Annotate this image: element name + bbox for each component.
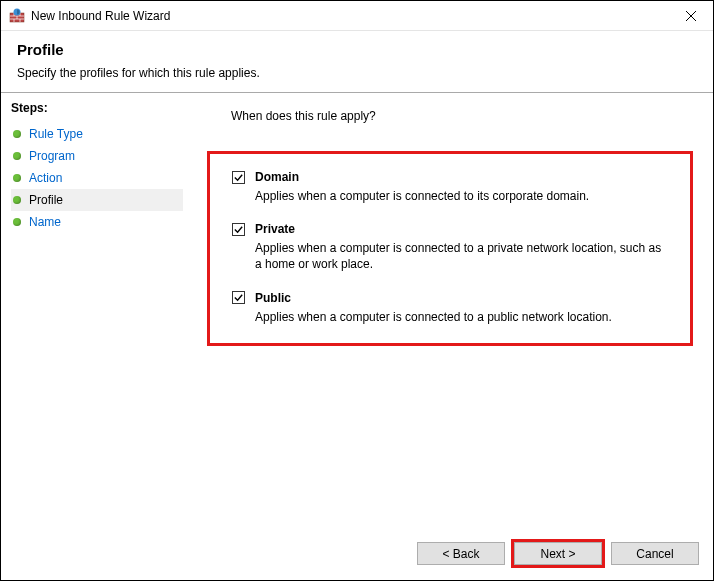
step-label: Program bbox=[29, 149, 75, 163]
steps-label: Steps: bbox=[11, 101, 187, 115]
step-label: Action bbox=[29, 171, 62, 185]
cancel-button[interactable]: Cancel bbox=[611, 542, 699, 565]
step-name[interactable]: Name bbox=[11, 211, 187, 233]
checkmark-icon bbox=[233, 224, 244, 235]
next-button[interactable]: Next > bbox=[514, 542, 602, 565]
step-label: Profile bbox=[29, 193, 63, 207]
option-public: Public Applies when a computer is connec… bbox=[232, 291, 670, 325]
option-domain: Domain Applies when a computer is connec… bbox=[232, 170, 670, 204]
back-button[interactable]: < Back bbox=[417, 542, 505, 565]
wizard-header: Profile Specify the profiles for which t… bbox=[1, 31, 713, 92]
option-desc: Applies when a computer is connected to … bbox=[255, 309, 670, 325]
next-highlight-box: Next > bbox=[511, 539, 605, 568]
firewall-icon bbox=[9, 8, 25, 24]
window-title: New Inbound Rule Wizard bbox=[31, 9, 170, 23]
step-program[interactable]: Program bbox=[11, 145, 187, 167]
wizard-window: New Inbound Rule Wizard Profile Specify … bbox=[0, 0, 714, 581]
step-label: Name bbox=[29, 215, 61, 229]
option-title: Public bbox=[255, 291, 291, 305]
close-icon bbox=[686, 11, 696, 21]
step-profile[interactable]: Profile bbox=[11, 189, 183, 211]
checkbox-private[interactable] bbox=[232, 223, 245, 236]
page-title: Profile bbox=[17, 41, 713, 58]
option-title: Private bbox=[255, 222, 295, 236]
titlebar: New Inbound Rule Wizard bbox=[1, 1, 713, 31]
option-desc: Applies when a computer is connected to … bbox=[255, 240, 670, 272]
bullet-icon bbox=[13, 174, 21, 182]
bullet-icon bbox=[13, 152, 21, 160]
bullet-icon bbox=[13, 196, 21, 204]
checkmark-icon bbox=[233, 292, 244, 303]
bullet-icon bbox=[13, 130, 21, 138]
question-text: When does this rule apply? bbox=[231, 109, 693, 123]
page-subtitle: Specify the profiles for which this rule… bbox=[17, 66, 713, 80]
option-title: Domain bbox=[255, 170, 299, 184]
checkbox-public[interactable] bbox=[232, 291, 245, 304]
step-rule-type[interactable]: Rule Type bbox=[11, 123, 187, 145]
close-button[interactable] bbox=[668, 1, 713, 30]
steps-sidebar: Steps: Rule Type Program Action Profile … bbox=[1, 93, 187, 580]
checkmark-icon bbox=[233, 172, 244, 183]
options-highlight-box: Domain Applies when a computer is connec… bbox=[207, 151, 693, 346]
wizard-body: Steps: Rule Type Program Action Profile … bbox=[1, 93, 713, 580]
wizard-footer: < Back Next > Cancel bbox=[417, 539, 699, 568]
option-desc: Applies when a computer is connected to … bbox=[255, 188, 670, 204]
step-action[interactable]: Action bbox=[11, 167, 187, 189]
option-private: Private Applies when a computer is conne… bbox=[232, 222, 670, 272]
main-panel: When does this rule apply? Domain Applie… bbox=[187, 93, 713, 580]
bullet-icon bbox=[13, 218, 21, 226]
step-label: Rule Type bbox=[29, 127, 83, 141]
checkbox-domain[interactable] bbox=[232, 171, 245, 184]
